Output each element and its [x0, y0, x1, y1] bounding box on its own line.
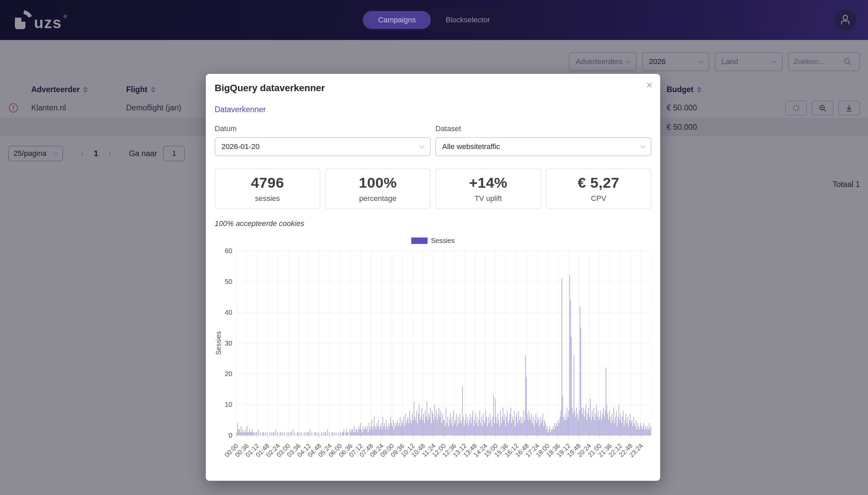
user-icon: [840, 15, 850, 25]
svg-text:60: 60: [225, 247, 232, 254]
svg-text:30: 30: [225, 340, 232, 347]
stat-value: +14%: [469, 174, 507, 191]
dataset-label: Dataset: [435, 124, 651, 133]
stat-card-percentage: 100% percentage: [325, 168, 431, 209]
tabs-pill: Campaigns Blockselector: [361, 9, 507, 31]
svg-text:10: 10: [225, 401, 232, 408]
tab-campaigns[interactable]: Campaigns: [363, 11, 431, 29]
user-avatar-button[interactable]: [835, 10, 856, 31]
stat-card-sessies: 4796 sessies: [215, 168, 320, 209]
top-navigation-bar: uzs ® Campaigns Blockselector: [0, 0, 868, 40]
chevron-down-icon: [419, 143, 425, 149]
chart-legend: Sessies: [215, 237, 651, 245]
uzs-logo-icon: [12, 9, 33, 31]
svg-text:40: 40: [225, 309, 232, 316]
stat-label: sessies: [255, 194, 280, 203]
modal-title: BigQuery dataverkenner: [215, 83, 651, 93]
chart-canvas: 010203040506000:0000:3601:1201:4802:2403…: [215, 246, 651, 468]
svg-text:Sessies: Sessies: [215, 331, 222, 355]
datum-select[interactable]: 2026-01-20: [215, 137, 431, 156]
dataset-group: Dataset Alle websitetraffic: [435, 124, 651, 156]
datum-value: 2026-01-20: [221, 142, 260, 151]
dataverkenner-link[interactable]: Dataverkenner: [215, 105, 266, 114]
logo-text: uzs: [34, 15, 62, 31]
tab-blockselector[interactable]: Blockselector: [431, 11, 505, 29]
stat-label: TV uplift: [474, 194, 502, 203]
logo-registered-mark: ®: [63, 14, 67, 19]
stat-value: 100%: [359, 174, 397, 191]
dataset-value: Alle websitetraffic: [442, 142, 500, 151]
main-tabs: Campaigns Blockselector: [361, 9, 507, 31]
stat-card-tv-uplift: +14% TV uplift: [435, 168, 541, 209]
modal-form-row: Datum 2026-01-20 Dataset Alle websitetra…: [215, 124, 651, 156]
datum-group: Datum 2026-01-20: [215, 124, 431, 156]
legend-swatch-sessies: [411, 238, 428, 244]
stat-label: percentage: [359, 194, 396, 203]
sessions-bar-chart: 010203040506000:0000:3601:1201:4802:2403…: [215, 246, 651, 469]
stat-label: CPV: [591, 194, 606, 203]
chevron-down-icon: [640, 143, 646, 149]
svg-text:50: 50: [225, 278, 232, 285]
dataset-select[interactable]: Alle websitetraffic: [435, 137, 651, 156]
svg-text:0: 0: [229, 432, 232, 439]
stat-value: € 5,27: [578, 174, 619, 191]
svg-text:20: 20: [225, 370, 232, 377]
datum-label: Datum: [215, 124, 431, 133]
stat-value: 4796: [251, 174, 284, 191]
stat-card-cpv: € 5,27 CPV: [546, 168, 652, 209]
stat-cards: 4796 sessies 100% percentage +14% TV upl…: [215, 168, 651, 209]
cookies-note: 100% accepteerde cookies: [215, 219, 651, 228]
legend-label: Sessies: [431, 237, 455, 245]
close-icon[interactable]: ✕: [646, 81, 653, 90]
bigquery-dataverkenner-modal: BigQuery dataverkenner ✕ Dataverkenner D…: [206, 74, 660, 481]
uzs-logo: uzs ®: [12, 9, 67, 31]
page: uzs ® Campaigns Blockselector Adverteerd…: [0, 0, 868, 495]
